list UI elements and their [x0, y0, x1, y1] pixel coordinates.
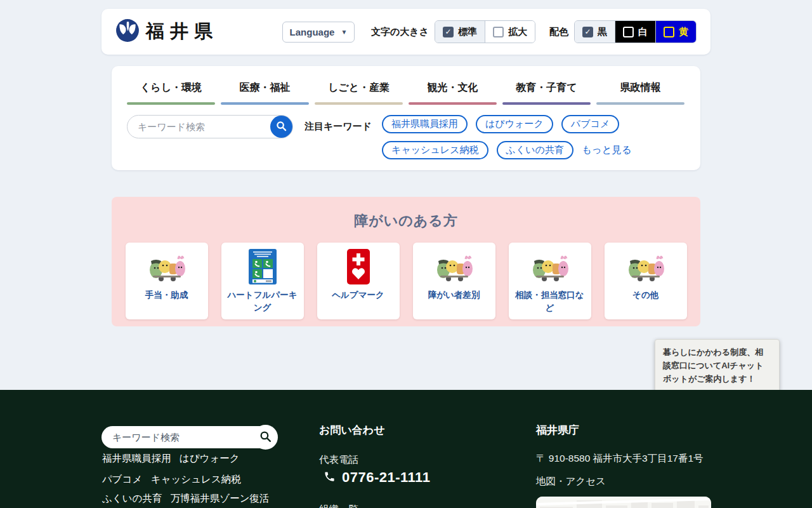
- contact-heading: お問い合わせ: [319, 423, 385, 438]
- card-label: 手当・助成: [129, 289, 205, 302]
- page: 福井県 Language ▼ 文字の大きさ ✓ 標準 拡大 配色: [0, 0, 812, 508]
- tab-underline: [409, 102, 497, 105]
- mascots-icon: [608, 248, 684, 285]
- search-row: 注目キーワード 福井県職員採用 はぴウォーク パブコメ キャッシュレス納税 ふく…: [127, 115, 685, 159]
- site-header: 福井県 Language ▼ 文字の大きさ ✓ 標準 拡大 配色: [102, 9, 710, 55]
- tab-label: くらし・環境: [127, 79, 215, 102]
- search-button[interactable]: [270, 116, 292, 138]
- checkbox-checked-icon: ✓: [582, 27, 593, 37]
- tab-kyoiku-kosodate[interactable]: 教育・子育て: [502, 79, 591, 105]
- tab-underline: [127, 102, 215, 105]
- phone-icon: [324, 471, 336, 485]
- disability-section: 障がいのある方: [112, 197, 700, 326]
- phone-link[interactable]: 0776-21-1111: [324, 469, 430, 486]
- caret-down-icon: ▼: [341, 29, 347, 36]
- footer-search-input[interactable]: [102, 426, 277, 448]
- footer-keyword-line: ふくいの共育 万博福井県ゾーン復活: [102, 492, 270, 505]
- footer-keyword-line: 福井県職員採用 はぴウォーク: [102, 452, 240, 465]
- footer-keyword-search: [102, 426, 277, 448]
- mascots-icon: [416, 248, 492, 285]
- language-dropdown[interactable]: Language ▼: [282, 22, 355, 43]
- help-mark-icon: [320, 248, 396, 285]
- card-sonota[interactable]: その他: [605, 243, 687, 319]
- phone-label: 代表電話: [319, 453, 358, 467]
- keyword-search: [127, 115, 293, 138]
- font-size-large[interactable]: 拡大: [485, 21, 535, 43]
- map-access-link[interactable]: 地図・アクセス: [536, 475, 606, 488]
- checkbox-empty-icon: [493, 27, 504, 37]
- card-soudan-madoguchi[interactable]: 相談・担当窓口など: [509, 243, 591, 319]
- font-size-label: 文字の大きさ: [371, 26, 429, 38]
- tab-underline: [502, 102, 591, 105]
- card-label: 障がい者差別: [416, 289, 492, 302]
- scheme-white-label: 白: [638, 26, 648, 38]
- card-help-mark[interactable]: ヘルプマーク: [317, 243, 400, 319]
- site-title: 福井県: [146, 19, 218, 44]
- tab-kanko-bunka[interactable]: 観光・文化: [409, 79, 497, 105]
- footer-keyword-line: パブコメ キャッシュレス納税: [102, 473, 241, 486]
- scheme-yellow-label: 黄: [679, 26, 688, 38]
- tab-underline: [221, 102, 309, 105]
- card-label: ヘルプマーク: [320, 289, 396, 302]
- tab-underline: [315, 102, 403, 105]
- font-size-standard-label: 標準: [458, 26, 477, 38]
- tab-kurashi-kankyo[interactable]: くらし・環境: [127, 79, 215, 105]
- site-logo[interactable]: 福井県: [115, 18, 218, 45]
- fukui-emblem-icon: [115, 18, 140, 45]
- search-input[interactable]: [127, 115, 293, 138]
- search-icon: [276, 121, 287, 133]
- map-thumbnail[interactable]: [536, 497, 711, 508]
- font-size-toggle: ✓ 標準 拡大: [435, 20, 535, 43]
- chatbot-tooltip: 暮らしにかかわる制度、相談窓口についてAIチャットボットがご案内します！: [655, 339, 780, 392]
- keyword-pill[interactable]: パブコメ: [561, 115, 619, 133]
- tab-label: 観光・文化: [409, 79, 497, 102]
- mascots-icon: [129, 248, 205, 285]
- keyword-pill[interactable]: 福井県職員採用: [382, 115, 468, 133]
- section-title: 障がいのある方: [112, 211, 700, 231]
- footer-keyword-link[interactable]: パブコメ: [102, 474, 142, 485]
- tab-kensei-joho[interactable]: 県政情報: [596, 79, 684, 105]
- tab-shigoto-sangyo[interactable]: しごと・産業: [315, 79, 403, 105]
- office-address: 〒 910-8580 福井市大手3丁目17番1号: [536, 452, 704, 465]
- keyword-pill[interactable]: キャッシュレス納税: [382, 141, 488, 159]
- scheme-white[interactable]: 白: [615, 21, 655, 43]
- org-list-link[interactable]: 組織一覧: [319, 503, 358, 508]
- checkbox-empty-icon: [664, 27, 674, 37]
- footer-keyword-link[interactable]: ふくいの共育: [102, 493, 162, 504]
- card-sabetsu[interactable]: 障がい者差別: [413, 243, 495, 319]
- footer-keyword-link[interactable]: キャッシュレス納税: [151, 474, 241, 485]
- color-scheme-label: 配色: [549, 26, 568, 38]
- footer-keyword-link[interactable]: 福井県職員採用: [102, 453, 171, 464]
- card-label: ハートフルパーキング: [225, 289, 301, 314]
- footer-search-button[interactable]: [253, 425, 278, 450]
- footer-keyword-link[interactable]: はぴウォーク: [180, 453, 240, 464]
- office-heading: 福井県庁: [536, 423, 579, 438]
- tab-label: 教育・子育て: [502, 79, 591, 102]
- keyword-pill[interactable]: ふくいの共育: [497, 141, 573, 159]
- scheme-black[interactable]: ✓ 黒: [575, 21, 615, 43]
- tab-underline: [596, 102, 684, 105]
- page-footer: 福井県職員採用 はぴウォーク パブコメ キャッシュレス納税 ふくいの共育 万博福…: [0, 390, 812, 508]
- footer-keyword-link[interactable]: 万博福井県ゾーン復活: [171, 493, 270, 504]
- card-heartful-parking[interactable]: ハートフルパーキング: [221, 243, 304, 319]
- parking-sign-icon: [225, 248, 301, 285]
- mascots-icon: [512, 248, 588, 285]
- tab-label: 県政情報: [596, 79, 684, 102]
- keyword-pill[interactable]: はぴウォーク: [476, 115, 553, 133]
- tab-iryo-fukushi[interactable]: 医療・福祉: [221, 79, 309, 105]
- tab-label: しごと・産業: [315, 79, 403, 102]
- nav-search-card: くらし・環境 医療・福祉 しごと・産業 観光・文化 教育・子育て 県政情報: [112, 66, 700, 170]
- phone-number: 0776-21-1111: [342, 469, 430, 486]
- card-label: その他: [608, 289, 684, 302]
- more-keywords-link[interactable]: もっと見る: [582, 144, 632, 157]
- card-teate-josei[interactable]: 手当・助成: [126, 243, 208, 319]
- search-icon: [259, 431, 272, 444]
- header-controls: Language ▼ 文字の大きさ ✓ 標準 拡大 配色 ✓ 黒: [282, 20, 697, 43]
- checkbox-empty-icon: [623, 27, 634, 37]
- font-size-standard[interactable]: ✓ 標準: [435, 21, 485, 43]
- featured-keywords: 福井県職員採用 はぴウォーク パブコメ キャッシュレス納税 ふくいの共育 もっと…: [382, 115, 634, 159]
- scheme-yellow[interactable]: 黄: [655, 21, 696, 43]
- featured-keywords-label: 注目キーワード: [304, 121, 372, 133]
- checkbox-checked-icon: ✓: [443, 27, 454, 37]
- tab-label: 医療・福祉: [221, 79, 309, 102]
